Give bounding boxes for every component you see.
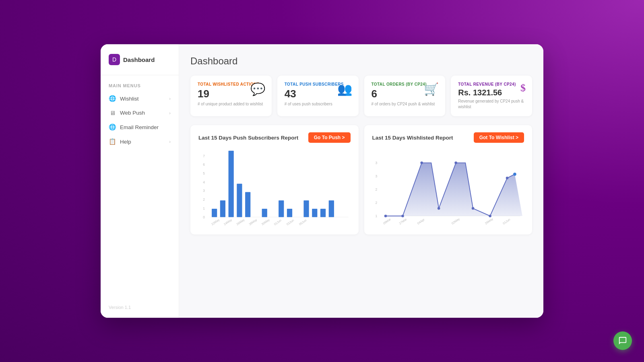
stat-desc-revenue: Revenue generated by CP24 push & wishlis…: [458, 99, 525, 110]
sidebar-brand: D Dashboard: [101, 54, 179, 75]
chart-header-wishlist: Last 15 Days Wishlisted Report Got To Wi…: [372, 132, 524, 143]
chart-panel-push: Last 15 Days Push Subscribers Report Go …: [190, 125, 359, 234]
stat-label-revenue: TOTAL REVENUE (BY CP24): [458, 82, 525, 86]
sidebar-item-webpush[interactable]: 🖥 Web Push ›: [101, 106, 179, 120]
stat-icon-push: 👥: [337, 82, 352, 96]
stat-icon-orders: 🛒: [424, 82, 439, 96]
svg-rect-18: [287, 209, 292, 217]
svg-point-43: [454, 162, 457, 165]
svg-rect-15: [262, 209, 267, 217]
svg-rect-23: [329, 200, 334, 217]
email-icon: 🌐: [109, 123, 116, 131]
help-icon: 📋: [109, 138, 116, 145]
main-content: Dashboard TOTAL WISHLISTED ACTIONS 19 # …: [179, 44, 543, 318]
svg-rect-9: [212, 209, 217, 217]
svg-text:3: 3: [203, 189, 205, 193]
chart-title-push: Last 15 Days Push Subscribers Report: [198, 135, 298, 141]
svg-text:03Jun: 03Jun: [286, 218, 295, 226]
svg-point-45: [489, 215, 491, 218]
bar-chart-svg: 0 1 2 3 4 5 6 7: [198, 148, 351, 229]
svg-text:05Jun: 05Jun: [298, 218, 307, 226]
svg-point-42: [437, 207, 440, 210]
svg-text:02May: 02May: [451, 217, 460, 225]
svg-text:3: 3: [375, 161, 377, 165]
svg-text:01Jun: 01Jun: [273, 218, 282, 226]
svg-text:5: 5: [203, 171, 205, 175]
sidebar-item-wishlist-label: Wishlist: [120, 96, 139, 102]
svg-point-44: [471, 207, 474, 210]
wishlist-icon: 🌐: [109, 95, 116, 102]
svg-text:3: 3: [375, 174, 377, 178]
stat-card-push: TOTAL PUSH SUBSCRIBERS 43 # of uses push…: [277, 76, 359, 116]
stat-value-revenue: Rs. 1321.56: [458, 88, 525, 97]
svg-text:26May: 26May: [484, 217, 494, 225]
sidebar-item-help-label: Help: [120, 139, 131, 145]
svg-point-41: [420, 162, 423, 165]
svg-text:24May: 24May: [223, 218, 233, 226]
svg-text:1: 1: [203, 206, 205, 210]
svg-rect-17: [279, 200, 284, 217]
svg-text:22May: 22May: [211, 218, 220, 226]
svg-text:26May: 26May: [235, 218, 245, 226]
stat-desc-push: # of uses push subscribers: [285, 101, 351, 107]
svg-text:6: 6: [203, 162, 205, 167]
svg-text:04Apr: 04Apr: [417, 218, 425, 225]
chevron-icon-2: ›: [169, 111, 171, 115]
svg-text:01Jun: 01Jun: [502, 218, 511, 225]
svg-rect-13: [245, 192, 250, 217]
svg-rect-20: [303, 200, 309, 217]
svg-text:2: 2: [375, 187, 377, 191]
chart-title-wishlist: Last 15 Days Wishlisted Report: [372, 135, 453, 141]
svg-text:09Mar: 09Mar: [382, 217, 392, 225]
page-title: Dashboard: [190, 56, 532, 67]
webpush-icon: 🖥: [109, 109, 116, 116]
sidebar-version: Version 1.1: [101, 297, 179, 318]
svg-point-40: [401, 215, 404, 218]
svg-rect-21: [312, 209, 317, 217]
svg-point-46: [506, 177, 508, 179]
chevron-icon-3: ›: [169, 139, 171, 144]
svg-text:0: 0: [203, 215, 205, 219]
svg-text:1: 1: [375, 214, 377, 218]
stat-cards: TOTAL WISHLISTED ACTIONS 19 # of unique …: [190, 76, 532, 116]
svg-text:30May: 30May: [261, 218, 270, 226]
sidebar-item-email-reminder[interactable]: 🌐 Email Reminder: [101, 120, 179, 134]
stat-desc-orders: # of orders by CP24 push & wishlist: [372, 101, 438, 107]
svg-rect-11: [229, 151, 234, 217]
svg-text:28May: 28May: [248, 218, 258, 226]
svg-text:2: 2: [203, 197, 205, 202]
stat-card-revenue: TOTAL REVENUE (BY CP24) Rs. 1321.56 Reve…: [451, 76, 532, 116]
sidebar-item-email-label: Email Reminder: [120, 124, 159, 130]
sidebar-section-label: MAIN MENUS: [101, 75, 179, 91]
chart-panel-wishlist: Last 15 Days Wishlisted Report Got To Wi…: [364, 125, 533, 234]
stat-icon-revenue: $: [520, 82, 526, 94]
sidebar: D Dashboard MAIN MENUS 🌐 Wishlist › 🖥 We…: [101, 44, 179, 318]
chart-header-push: Last 15 Days Push Subscribers Report Go …: [198, 132, 351, 143]
svg-rect-22: [320, 209, 326, 217]
sidebar-item-help[interactable]: 📋 Help ›: [101, 134, 179, 149]
sidebar-item-webpush-label: Web Push: [120, 110, 145, 116]
svg-point-47: [513, 173, 516, 176]
svg-text:2: 2: [375, 201, 377, 205]
svg-text:7: 7: [203, 154, 205, 158]
svg-point-39: [384, 215, 387, 218]
svg-rect-12: [237, 184, 242, 217]
stat-desc-wishlist: # of unique product added to wishlist: [198, 101, 264, 107]
chat-fab-button[interactable]: [613, 331, 632, 350]
sidebar-brand-title: Dashboard: [123, 56, 155, 63]
chat-fab-icon: [618, 336, 627, 345]
stat-icon-wishlist: 💬: [250, 82, 265, 96]
area-chart-svg: 1 2 2 3 3: [372, 148, 524, 229]
chart-panels: Last 15 Days Push Subscribers Report Go …: [190, 125, 532, 234]
svg-text:27Mar: 27Mar: [398, 217, 407, 225]
brand-icon: D: [109, 54, 120, 65]
svg-rect-10: [220, 200, 225, 217]
svg-text:4: 4: [203, 180, 205, 184]
stat-card-wishlist: TOTAL WISHLISTED ACTIONS 19 # of unique …: [190, 76, 272, 116]
stat-card-orders: TOTAL ORDERS (BY CP24) 6 # of orders by …: [364, 76, 446, 116]
goto-push-button[interactable]: Go To Push >: [308, 132, 351, 143]
chevron-icon: ›: [169, 96, 171, 101]
sidebar-item-wishlist[interactable]: 🌐 Wishlist ›: [101, 91, 179, 106]
goto-wishlist-button[interactable]: Got To Wishlist >: [474, 132, 524, 143]
